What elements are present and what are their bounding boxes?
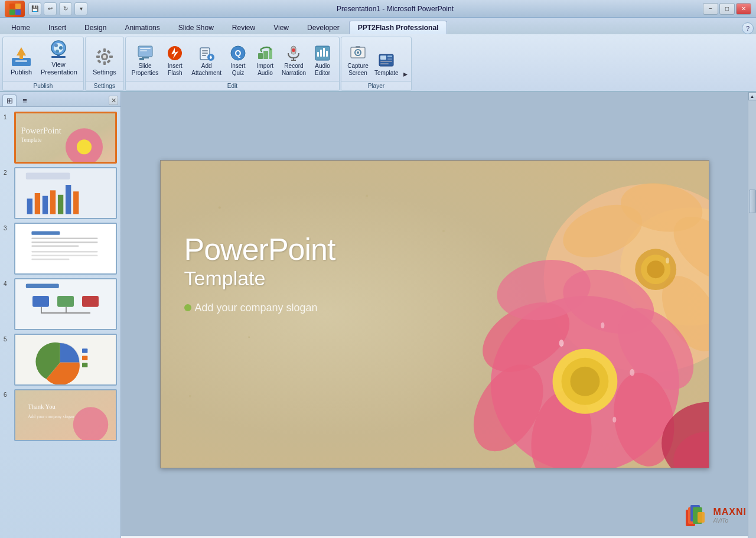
svg-rect-84 — [31, 251, 97, 252]
svg-rect-72 — [27, 198, 32, 214]
import-audio-button[interactable]: ImportAudio — [252, 40, 278, 79]
slide-number: 6 — [4, 392, 12, 398]
help-icon[interactable]: ? — [742, 22, 754, 34]
list-item[interactable]: 2 — [4, 167, 117, 219]
svg-rect-61 — [387, 56, 392, 57]
tab-insert[interactable]: Insert — [40, 21, 75, 34]
publish-group-label: Publish — [3, 81, 83, 90]
tab-home[interactable]: Home — [2, 21, 39, 34]
svg-rect-41 — [258, 53, 263, 59]
svg-point-49 — [292, 48, 295, 52]
settings-group-content: Settings — [86, 37, 123, 81]
slide-thumbnail-4[interactable] — [14, 278, 117, 330]
tab-ppt2flash[interactable]: PPT2Flash Professional — [349, 21, 448, 34]
tab-view[interactable]: View — [265, 21, 298, 34]
svg-rect-94 — [41, 312, 90, 314]
minimize-btn[interactable]: − — [703, 3, 718, 15]
insert-flash-button[interactable]: InsertFlash — [162, 40, 188, 79]
player-group-content: CaptureScreen Template — [341, 37, 411, 81]
save-quick-btn[interactable]: 💾 — [28, 2, 41, 15]
tab-developer[interactable]: Developer — [298, 21, 348, 34]
list-item[interactable]: 3 — [4, 223, 117, 275]
svg-line-44 — [260, 50, 262, 52]
svg-rect-71 — [26, 172, 70, 179]
brand-logo-icon — [686, 504, 711, 526]
slide-thumbnail-tab[interactable]: ⊞ — [2, 94, 17, 106]
scroll-track[interactable] — [748, 100, 757, 538]
slide-viewport[interactable]: PowerPoint Template Add your company slo… — [121, 92, 748, 536]
notes-area[interactable]: Click to add notes — [121, 536, 748, 538]
settings-button[interactable]: Settings — [89, 40, 120, 79]
svg-rect-54 — [326, 51, 328, 57]
slide-text-area: PowerPoint Template Add your company slo… — [184, 231, 335, 314]
slide-thumbnail-6[interactable]: Thank You Add your company slogan — [14, 389, 117, 441]
list-item[interactable]: 4 — [4, 278, 117, 330]
tab-review[interactable]: Review — [223, 21, 264, 34]
record-narration-button[interactable]: RecordNarration — [279, 40, 308, 79]
svg-rect-74 — [43, 196, 48, 214]
audio-editor-button[interactable]: AudioEditor — [309, 40, 335, 79]
main-area: ⊞ ≡ ✕ 1 — [0, 92, 756, 538]
slide-thumbnail-1[interactable]: PowerPoint Template — [14, 112, 117, 164]
ribbon-content: Publish Vi — [0, 34, 756, 91]
add-attachment-button[interactable]: AddAttachment — [189, 40, 224, 79]
slide-thumbnail-5[interactable] — [14, 334, 117, 386]
audio-editor-label: AudioEditor — [315, 63, 330, 77]
svg-rect-1 — [15, 4, 21, 9]
svg-rect-75 — [50, 190, 56, 214]
svg-rect-7 — [15, 60, 27, 62]
window-title: Presentation1 - Microsoft PowerPoint — [87, 5, 703, 13]
redo-quick-btn[interactable]: ↻ — [59, 2, 72, 15]
list-item[interactable]: 5 — [4, 334, 117, 386]
svg-rect-82 — [31, 242, 97, 243]
template-label: Template — [374, 70, 399, 77]
slide-work-area: PowerPoint Template Add your company slo… — [121, 92, 756, 538]
svg-rect-35 — [202, 55, 206, 56]
office-button[interactable] — [5, 1, 25, 17]
right-scrollbar: ▲ ▲ ▼ — [748, 92, 756, 538]
tab-slideshow[interactable]: Slide Show — [170, 21, 223, 34]
svg-rect-73 — [35, 193, 40, 214]
maximize-btn[interactable]: □ — [719, 3, 735, 15]
customize-quick-btn[interactable]: ▾ — [74, 2, 87, 15]
tab-design[interactable]: Design — [76, 21, 115, 34]
svg-rect-93 — [66, 307, 67, 312]
capture-screen-button[interactable]: CaptureScreen — [345, 40, 371, 79]
list-item[interactable]: 6 Thank You Add your company slogan — [4, 389, 117, 441]
scroll-up-btn[interactable]: ▲ — [748, 92, 757, 100]
view-presentation-button[interactable]: ViewPresentation — [37, 40, 80, 79]
slide-subtitle: Template — [184, 267, 335, 290]
svg-rect-6 — [19, 56, 23, 59]
view-presentation-label: ViewPresentation — [41, 61, 76, 76]
svg-point-11 — [59, 46, 63, 50]
slide-canvas[interactable]: PowerPoint Template Add your company slo… — [160, 160, 709, 468]
svg-text:Q: Q — [234, 48, 241, 58]
template-button[interactable]: Template — [372, 40, 401, 79]
undo-quick-btn[interactable]: ↩ — [44, 2, 57, 15]
svg-rect-23 — [97, 59, 101, 63]
slide-thumbnail-2[interactable] — [14, 167, 117, 219]
svg-rect-17 — [103, 48, 106, 52]
slide-thumbnail-3[interactable] — [14, 223, 117, 275]
scroll-thumb[interactable] — [749, 190, 756, 213]
svg-rect-33 — [202, 50, 208, 51]
list-item[interactable]: 1 — [4, 112, 117, 164]
svg-rect-142 — [698, 512, 705, 523]
svg-rect-53 — [323, 48, 325, 57]
slide-properties-button[interactable]: SlideProperties — [129, 40, 161, 79]
slide-outline-tab[interactable]: ≡ — [18, 94, 32, 106]
ribbon-more-btn[interactable]: ▸ — [402, 69, 408, 79]
close-btn[interactable]: ✕ — [736, 3, 751, 15]
tab-animations[interactable]: Animations — [116, 21, 168, 34]
publish-group-content: Publish Vi — [3, 37, 83, 81]
svg-point-12 — [56, 50, 59, 53]
publish-button[interactable]: Publish — [6, 40, 36, 79]
insert-quiz-button[interactable]: Q InsertQuiz — [225, 40, 251, 79]
svg-rect-97 — [82, 348, 87, 353]
settings-label: Settings — [93, 69, 116, 76]
insert-quiz-label: InsertQuiz — [230, 63, 245, 77]
panel-close-btn[interactable]: ✕ — [109, 96, 118, 105]
svg-rect-52 — [320, 50, 322, 57]
svg-rect-29 — [140, 50, 147, 51]
view-presentation-icon — [48, 38, 69, 60]
